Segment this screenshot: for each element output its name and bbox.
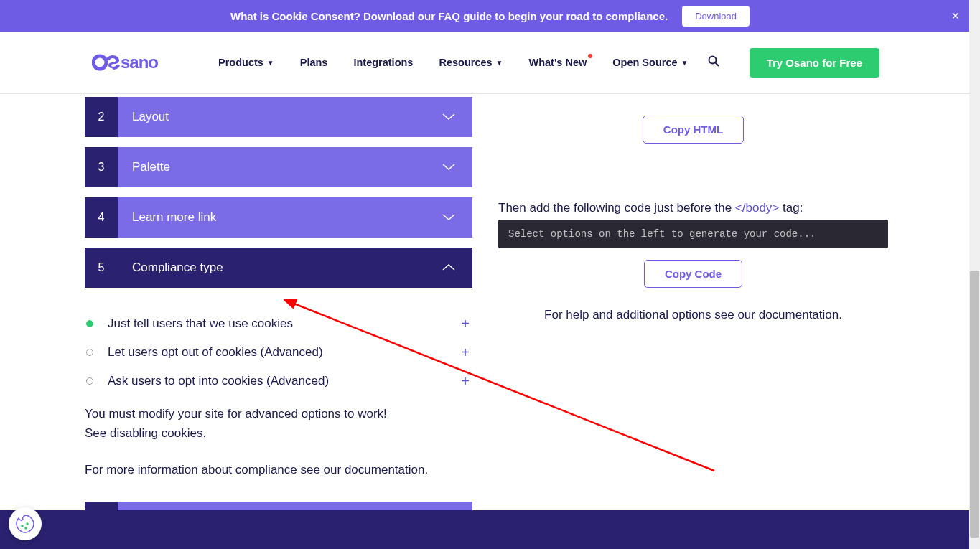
compliance-option-inform[interactable]: Just tell users that we use cookies + <box>85 309 472 338</box>
scrollbar-thumb[interactable] <box>970 271 979 538</box>
nav-resources[interactable]: Resources▼ <box>426 57 515 68</box>
chevron-down-icon <box>442 214 455 221</box>
accordion-learn-more-link[interactable]: 4 Learn more link <box>85 197 472 238</box>
accordion-number: 5 <box>85 248 118 288</box>
chevron-down-icon: ▼ <box>681 59 689 67</box>
instruction-text: Then add the following code just before … <box>498 201 888 215</box>
compliance-option-opt-out[interactable]: Let users opt out of cookies (Advanced) … <box>85 338 472 367</box>
banner-download-button[interactable]: Download <box>682 6 750 27</box>
chevron-down-icon <box>442 164 455 171</box>
nav-open-source[interactable]: Open Source▼ <box>599 57 701 68</box>
plus-icon[interactable]: + <box>461 344 470 361</box>
svg-point-5 <box>26 522 29 525</box>
code-preview[interactable]: Select options on the left to generate y… <box>498 220 888 248</box>
try-free-button[interactable]: Try Osano for Free <box>750 48 879 78</box>
accordion-title: Learn more link <box>118 197 472 238</box>
svg-point-4 <box>21 525 24 527</box>
accordion-title: Palette <box>118 147 472 187</box>
promo-banner: What is Cookie Consent? Download our FAQ… <box>0 0 980 32</box>
copy-html-button[interactable]: Copy HTML <box>643 116 744 144</box>
nav-whats-new[interactable]: What's New <box>515 57 599 68</box>
nav-items: Products▼ Plans Integrations Resources▼ … <box>205 55 719 70</box>
compliance-body: Just tell users that we use cookies + Le… <box>85 298 472 494</box>
copy-code-button[interactable]: Copy Code <box>644 260 742 288</box>
svg-point-6 <box>24 527 27 530</box>
plus-icon[interactable]: + <box>461 316 470 332</box>
accordion-number: 3 <box>85 147 118 187</box>
cookie-widget-icon[interactable] <box>9 507 42 540</box>
compliance-warning: You must modify your site for advanced o… <box>85 404 472 443</box>
top-navbar: sano Products▼ Plans Integrations Resour… <box>0 32 980 94</box>
svg-point-2 <box>709 57 717 64</box>
nav-integrations[interactable]: Integrations <box>340 57 426 68</box>
accordion-palette[interactable]: 3 Palette <box>85 147 472 187</box>
nav-plans[interactable]: Plans <box>287 57 341 68</box>
help-text[interactable]: For help and additional options see our … <box>498 308 888 322</box>
footer-bar <box>0 510 970 549</box>
accordion-title: Layout <box>118 97 472 137</box>
compliance-docs-link[interactable]: For more information about compliance se… <box>85 460 472 479</box>
search-icon[interactable] <box>708 55 719 70</box>
chevron-down-icon <box>442 113 455 121</box>
chevron-down-icon: ▼ <box>496 59 503 67</box>
banner-close-icon[interactable]: ✕ <box>951 10 960 22</box>
accordion-title: Compliance type <box>118 248 472 288</box>
logo[interactable]: sano <box>92 52 177 72</box>
accordion-number: 2 <box>85 97 118 137</box>
accordion-layout[interactable]: 2 Layout <box>85 97 472 137</box>
nav-products[interactable]: Products▼ <box>205 57 287 68</box>
plus-icon[interactable]: + <box>461 373 470 390</box>
chevron-up-icon <box>442 264 455 271</box>
notification-dot-icon <box>588 54 592 58</box>
svg-point-0 <box>93 56 106 69</box>
banner-text: What is Cookie Consent? Download our FAQ… <box>230 10 668 22</box>
body-tag: </body> <box>735 201 779 215</box>
scrollbar[interactable] <box>969 0 980 549</box>
radio-icon <box>86 320 93 327</box>
accordion-compliance-type[interactable]: 5 Compliance type <box>85 248 472 288</box>
accordion-number: 4 <box>85 197 118 238</box>
accordion-column: 2 Layout 3 Palette 4 Learn more link <box>85 94 472 549</box>
code-column: Copy HTML Then add the following code ju… <box>472 94 888 549</box>
radio-icon <box>86 349 93 356</box>
svg-text:sano: sano <box>121 52 158 72</box>
svg-line-3 <box>716 63 719 67</box>
compliance-option-opt-in[interactable]: Ask users to opt into cookies (Advanced)… <box>85 367 472 395</box>
chevron-down-icon: ▼ <box>267 59 274 67</box>
radio-icon <box>86 377 93 385</box>
